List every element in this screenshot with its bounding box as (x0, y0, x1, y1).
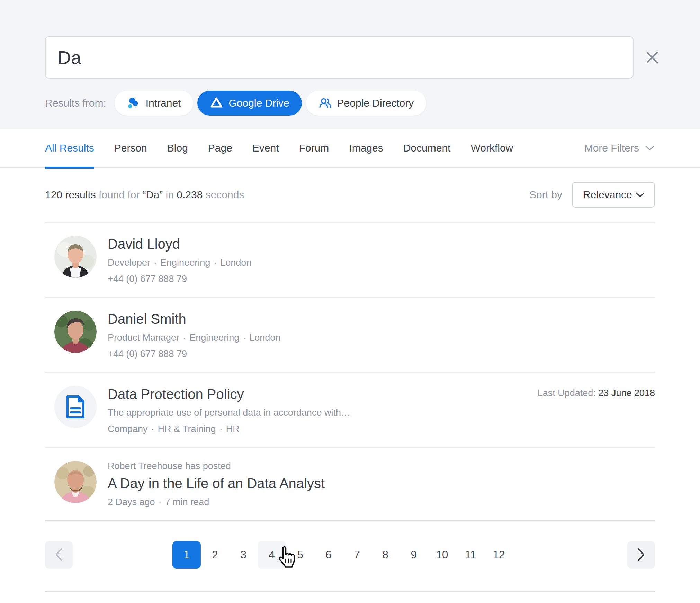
person-phone: +44 (0) 677 888 79 (108, 349, 655, 359)
sort-selected-value: Relevance (583, 189, 632, 201)
page-button-9[interactable]: 9 (400, 541, 428, 569)
source-pill-people-directory[interactable]: People Directory (306, 91, 427, 116)
person-phone: +44 (0) 677 888 79 (108, 274, 655, 284)
post-title[interactable]: A Day in the Life of an Data Analyst (108, 476, 655, 491)
source-pill-label: Intranet (146, 97, 181, 109)
post-byline: Robert Treehouse has posted (108, 461, 655, 472)
sort-by-label: Sort by (529, 189, 562, 201)
results-summary-row: 120 results found for “Da” in 0.238 seco… (45, 168, 655, 208)
page-button-12[interactable]: 12 (485, 541, 513, 569)
results-from-row: Results from: Intranet (45, 91, 430, 116)
last-updated: Last Updated: 23 June 2018 (538, 388, 655, 435)
tab-images[interactable]: Images (349, 129, 383, 168)
page-button-4[interactable]: 4 (258, 541, 286, 569)
divider (45, 591, 655, 592)
avatar (54, 311, 97, 353)
divider (45, 520, 655, 521)
result-person-daniel-smith[interactable]: Daniel Smith Product Manager·Engineering… (45, 298, 655, 372)
google-drive-icon (210, 97, 223, 110)
page-button-1[interactable]: 1 (172, 541, 201, 569)
avatar (54, 236, 97, 278)
source-pill-label: People Directory (337, 97, 414, 109)
source-pill-intranet[interactable]: Intranet (115, 91, 194, 116)
person-name[interactable]: David Lloyd (108, 236, 655, 252)
results-count: 120 results (45, 189, 96, 200)
source-pill-label: Google Drive (228, 97, 289, 109)
tab-blog[interactable]: Blog (167, 129, 188, 168)
page-button-8[interactable]: 8 (371, 541, 400, 569)
sort-select[interactable]: Relevance (572, 182, 655, 208)
person-name[interactable]: Daniel Smith (108, 311, 655, 327)
more-filters-label: More Filters (584, 142, 639, 154)
chevron-down-icon (635, 189, 645, 201)
next-page-button[interactable] (627, 541, 655, 569)
page-button-10[interactable]: 10 (428, 541, 456, 569)
page-button-11[interactable]: 11 (456, 541, 485, 569)
tab-workflow[interactable]: Workflow (470, 129, 513, 168)
chevron-right-icon (637, 548, 646, 563)
results-from-label: Results from: (45, 97, 106, 109)
search-header: Results from: Intranet (0, 0, 700, 129)
search-results-page: Results from: Intranet (0, 0, 700, 603)
result-person-david-lloyd[interactable]: David Lloyd Developer·Engineering·London… (45, 223, 655, 297)
tab-person[interactable]: Person (114, 129, 147, 168)
people-icon (318, 97, 332, 110)
search-time: 0.238 (177, 189, 203, 200)
person-meta: Developer·Engineering·London (108, 257, 655, 268)
result-post-day-in-the-life[interactable]: Robert Treehouse has posted A Day in the… (45, 448, 655, 520)
page-button-6[interactable]: 6 (314, 541, 343, 569)
search-input[interactable] (45, 36, 634, 79)
previous-page-button[interactable] (45, 541, 73, 569)
sort-control: Sort by Relevance (529, 182, 655, 208)
more-filters-button[interactable]: More Filters (584, 142, 655, 154)
page-button-2[interactable]: 2 (201, 541, 229, 569)
tab-page[interactable]: Page (208, 129, 232, 168)
document-meta: Company·HR & Training·HR (108, 424, 538, 435)
tab-all-results[interactable]: All Results (45, 129, 94, 168)
search-query-echo: “Da” (143, 189, 163, 200)
person-meta: Product Manager·Engineering·London (108, 332, 655, 343)
document-description: The appropriate use of personal data in … (108, 408, 538, 418)
chevron-left-icon (54, 548, 63, 563)
intranet-logo-icon (127, 97, 140, 110)
tab-forum[interactable]: Forum (299, 129, 329, 168)
document-icon (54, 386, 97, 428)
avatar (54, 461, 97, 503)
clear-search-button[interactable] (643, 48, 661, 66)
document-title[interactable]: Data Protection Policy (108, 386, 538, 402)
close-icon (643, 48, 661, 66)
pagination: 1 2 3 4 5 6 7 8 9 10 11 12 (45, 541, 655, 569)
result-document-data-protection-policy[interactable]: Data Protection Policy The appropriate u… (45, 373, 655, 447)
page-button-7[interactable]: 7 (343, 541, 371, 569)
tab-event[interactable]: Event (252, 129, 279, 168)
page-number-list: 1 2 3 4 5 6 7 8 9 10 11 12 (172, 541, 513, 569)
source-pill-google-drive[interactable]: Google Drive (197, 91, 302, 116)
results-tab-bar: All Results Person Blog Page Event Forum… (0, 129, 700, 168)
tab-document[interactable]: Document (403, 129, 451, 168)
post-meta: 2 Days ago·7 min read (108, 497, 655, 508)
chevron-down-icon (645, 142, 655, 154)
results-summary: 120 results found for “Da” in 0.238 seco… (45, 189, 244, 201)
page-button-3[interactable]: 3 (229, 541, 258, 569)
page-button-5[interactable]: 5 (286, 541, 314, 569)
